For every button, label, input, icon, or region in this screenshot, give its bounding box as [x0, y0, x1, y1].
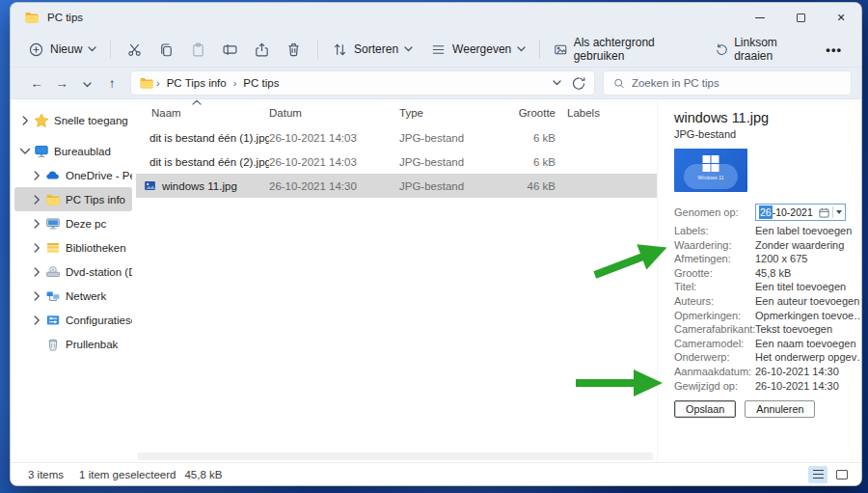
sidebar-item-prullenbak[interactable]: Prullenbak: [14, 332, 132, 356]
calendar-icon[interactable]: [819, 207, 829, 218]
breadcrumb-separator: ›: [154, 77, 162, 89]
sidebar-item-deze-pc[interactable]: Deze pc: [14, 211, 132, 235]
address-bar-row: ← → ↑ › PC Tips info › PC tips: [11, 68, 861, 99]
sidebar-item-snelle-toegang[interactable]: Snelle toegang: [14, 108, 132, 132]
up-button[interactable]: ↑: [99, 76, 124, 91]
property-label: Opmerkingen:: [674, 309, 755, 323]
chevron-right-icon[interactable]: [30, 218, 43, 230]
chevron-right-icon[interactable]: [30, 242, 43, 254]
maximize-button[interactable]: [780, 3, 821, 32]
column-header-labels[interactable]: Labels: [567, 107, 600, 119]
close-button[interactable]: ×: [821, 3, 861, 32]
details-title: windows 11.jpg: [674, 110, 857, 125]
cancel-button[interactable]: Annuleren: [745, 400, 815, 418]
more-options-button[interactable]: •••: [818, 42, 850, 57]
new-button[interactable]: Nieuw: [22, 38, 102, 62]
property-value: 1200 x 675: [755, 252, 807, 266]
rename-button[interactable]: [214, 38, 246, 62]
back-button[interactable]: ←: [24, 76, 49, 91]
image-thumbnail[interactable]: Windows 11: [674, 149, 747, 192]
sidebar-item-configuratiescherm[interactable]: Configuratieschem: [14, 308, 132, 332]
property-row: Titel:Een titel toevoegen: [674, 280, 857, 294]
set-as-background-button[interactable]: Als achtergrond gebruiken: [548, 32, 695, 67]
view-label: Weergeven: [452, 42, 511, 56]
property-value[interactable]: Het onderwerp opgev…: [755, 350, 861, 365]
chevron-right-icon[interactable]: [30, 315, 43, 326]
title-bar[interactable]: PC tips ×: [11, 3, 861, 32]
address-dropdown-icon[interactable]: [553, 80, 561, 86]
pc-icon: [45, 216, 61, 232]
copy-button[interactable]: [150, 38, 182, 62]
details-buttons: Opslaan Annuleren: [674, 400, 857, 418]
sidebar-item-bibliotheken[interactable]: Bibliotheken: [14, 235, 132, 260]
column-header-type[interactable]: Type: [399, 107, 500, 119]
sidebar-item-pc-tips-info[interactable]: PC Tips info: [14, 187, 132, 211]
breadcrumb-item-pc-tips-info[interactable]: PC Tips info: [162, 75, 231, 91]
sidebar-item-netwerk[interactable]: Netwerk: [14, 284, 132, 308]
refresh-icon[interactable]: [571, 75, 586, 91]
breadcrumb-item-pc-tips[interactable]: PC tips: [238, 75, 284, 91]
property-row: Afmetingen:1200 x 675: [674, 252, 857, 266]
chevron-right-icon[interactable]: [30, 266, 43, 278]
folder-icon: [45, 192, 61, 207]
chevron-down-icon: [517, 46, 526, 52]
sidebar-item-dvd-station[interactable]: Dvd-station (D:): [14, 260, 132, 284]
window-controls: ×: [740, 3, 861, 32]
chevron-right-icon[interactable]: [30, 194, 43, 205]
property-value[interactable]: Tekst toevoegen: [755, 322, 832, 337]
search-box[interactable]: [603, 70, 852, 96]
forward-button[interactable]: →: [49, 76, 74, 91]
dropdown-arrow-icon[interactable]: [836, 210, 842, 214]
property-value[interactable]: Een label toevoegen: [755, 224, 852, 238]
sidebar-item-onedrive[interactable]: OneDrive - Person: [14, 163, 132, 187]
folder-icon: [139, 75, 154, 91]
onedrive-icon: [45, 168, 61, 183]
property-value: 26-10-2021 14:30: [755, 365, 839, 379]
property-value: 45,8 kB: [755, 266, 791, 281]
share-button[interactable]: [246, 38, 278, 62]
sidebar-item-label: Dvd-station (D:): [66, 266, 132, 278]
property-value[interactable]: Een titel toevoegen: [755, 280, 846, 294]
file-row[interactable]: dit is bestand één (1).jpg 26-10-2021 14…: [136, 125, 657, 150]
property-value[interactable]: Een naam toevoegen: [755, 337, 856, 351]
sidebar-item-bureaublad[interactable]: Bureaublad: [14, 139, 132, 163]
chevron-right-icon[interactable]: [30, 170, 43, 181]
search-input[interactable]: [632, 77, 841, 89]
thumbnail-view-button[interactable]: [832, 466, 852, 483]
date-rest[interactable]: -10-2021: [773, 205, 813, 220]
view-button[interactable]: Weergeven: [424, 38, 531, 62]
date-taken-field[interactable]: 26 -10-2021: [755, 204, 846, 221]
chevron-right-icon[interactable]: [30, 290, 43, 302]
recent-locations-button[interactable]: [74, 76, 99, 91]
property-value[interactable]: Opmerkingen toevoe…: [755, 309, 861, 323]
sidebar-item-label: Snelle toegang: [54, 115, 128, 126]
chevron-down-icon[interactable]: [18, 147, 32, 155]
property-label: Titel:: [674, 280, 755, 294]
maximize-icon: [797, 14, 805, 22]
column-header-grootte[interactable]: Grootte: [500, 107, 556, 119]
column-header-naam[interactable]: Naam: [151, 107, 269, 119]
property-value[interactable]: Een auteur toevoegen: [755, 294, 859, 309]
save-button[interactable]: Opslaan: [674, 400, 736, 418]
date-day-selected[interactable]: 26: [759, 205, 773, 220]
details-view-button[interactable]: [808, 466, 827, 483]
file-row[interactable]: dit is bestand één (2).jpg 26-10-2021 14…: [136, 150, 657, 174]
breadcrumb[interactable]: › PC Tips info › PC tips: [130, 70, 595, 96]
file-row-selected[interactable]: windows 11.jpg 26-10-2021 14:30 JPG-best…: [136, 174, 657, 198]
cut-button[interactable]: [119, 38, 150, 62]
property-row: Gewijzigd op:26-10-2021 14:30: [674, 379, 857, 394]
column-header-datum[interactable]: Datum: [269, 107, 399, 119]
property-value[interactable]: Zonder waardering: [755, 238, 844, 253]
rotate-left-button[interactable]: Linksom draaien: [709, 32, 813, 67]
sort-button[interactable]: Sorteren: [326, 38, 419, 62]
desktop: PC tips × Nieuw Sorteren: [0, 0, 868, 493]
property-label: Camerafabrikant:: [674, 322, 755, 337]
property-label: Waardering:: [674, 238, 755, 253]
delete-button[interactable]: [278, 38, 310, 62]
paste-button[interactable]: [182, 38, 214, 62]
sort-label: Sorteren: [354, 42, 398, 56]
dvd-icon: [45, 264, 61, 280]
minimize-button[interactable]: [740, 3, 780, 32]
chevron-right-icon[interactable]: [18, 115, 32, 126]
horizontal-scrollbar[interactable]: [138, 452, 653, 460]
